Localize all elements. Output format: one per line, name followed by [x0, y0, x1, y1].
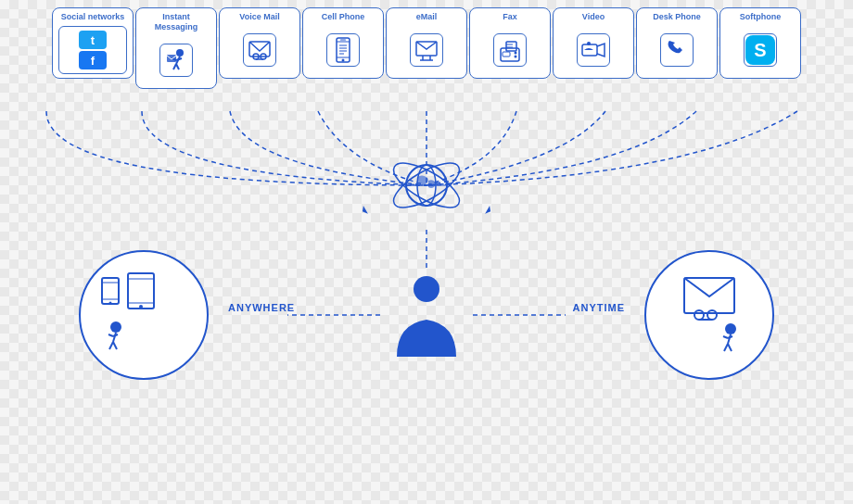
email-icon [414, 37, 439, 63]
card-title-email: eMail [416, 12, 438, 22]
anywhere-circle [79, 250, 209, 380]
svg-point-38 [587, 42, 591, 45]
fax-icon-box [493, 33, 527, 67]
messaging-icon [163, 47, 189, 73]
card-title-softphone: Softphone [740, 12, 782, 22]
card-video: Video [553, 7, 634, 79]
svg-line-74 [724, 344, 728, 351]
voicemail-icons [243, 26, 276, 74]
svg-point-60 [110, 321, 121, 333]
cellphone-icon-box [326, 33, 360, 67]
svg-marker-49 [360, 206, 367, 216]
svg-line-7 [176, 58, 182, 60]
email-icon-box [410, 33, 443, 67]
im-icon-box [159, 44, 193, 77]
svg-point-44 [406, 165, 447, 206]
card-desk-phone: Desk Phone [636, 7, 718, 79]
svg-text:t: t [91, 33, 95, 47]
card-instant-messaging: InstantMessaging [135, 7, 217, 89]
svg-point-20 [342, 58, 345, 61]
fax-icon [497, 37, 523, 63]
deskphone-icon [664, 37, 690, 63]
card-title-voicemail: Voice Mail [239, 12, 279, 22]
svg-point-48 [388, 155, 465, 216]
card-title-social: Social networks [61, 12, 125, 22]
cellphone-icons [326, 26, 360, 74]
svg-line-9 [176, 64, 179, 69]
svg-point-68 [707, 310, 717, 320]
svg-rect-52 [102, 278, 119, 304]
facebook-icon: f [79, 51, 107, 69]
card-title-im: InstantMessaging [155, 12, 198, 32]
softphone-icons: S [744, 26, 777, 74]
svg-text:S: S [754, 40, 766, 60]
top-icons-row: Social networks t f InstantMessaging [0, 0, 853, 89]
card-cell-phone: Cell Phone [302, 7, 384, 79]
svg-point-4 [176, 49, 184, 57]
video-icon-box [577, 33, 610, 67]
deskphone-icons [660, 26, 694, 74]
card-voice-mail: Voice Mail [219, 7, 300, 79]
svg-point-33 [515, 51, 517, 54]
voicemail-icon-box [243, 33, 276, 67]
svg-point-34 [515, 55, 517, 57]
softphone-icon: S [745, 35, 775, 65]
svg-line-62 [108, 334, 113, 336]
cellphone-icon [334, 37, 352, 63]
svg-point-51 [414, 276, 439, 302]
video-icons [577, 26, 610, 74]
fax-icons [493, 26, 527, 74]
svg-line-61 [113, 333, 116, 342]
softphone-icon-box: S [744, 33, 777, 67]
svg-line-71 [728, 334, 731, 344]
deskphone-icon-box [660, 33, 694, 67]
svg-point-47 [388, 155, 465, 216]
svg-rect-31 [506, 42, 516, 51]
main-container: Social networks t f InstantMessaging [0, 0, 853, 504]
svg-text:f: f [91, 54, 95, 68]
im-icons [159, 36, 193, 84]
card-title-deskphone: Desk Phone [653, 12, 701, 22]
svg-line-73 [728, 336, 732, 338]
card-title-video: Video [582, 12, 605, 22]
twitter-icon: t [79, 31, 107, 49]
card-email: eMail [386, 7, 467, 79]
card-softphone: Softphone S [719, 7, 801, 79]
svg-line-75 [728, 344, 732, 351]
card-title-cellphone: Cell Phone [322, 12, 365, 22]
svg-marker-50 [485, 206, 492, 216]
svg-rect-32 [503, 52, 510, 57]
anywhere-label: ANYWHERE [228, 302, 295, 313]
svg-point-70 [725, 323, 736, 334]
anytime-icons [658, 264, 760, 366]
card-title-fax: Fax [503, 12, 517, 22]
svg-rect-21 [340, 39, 346, 40]
svg-point-59 [139, 305, 143, 309]
anywhere-icons [93, 264, 195, 366]
svg-point-67 [694, 310, 704, 320]
svg-line-64 [109, 342, 113, 349]
video-icon [580, 37, 606, 63]
anytime-label: ANYTIME [573, 302, 626, 313]
svg-line-72 [723, 336, 728, 338]
card-fax: Fax [469, 7, 551, 79]
voicemail-icon [247, 37, 273, 63]
anytime-circle [644, 250, 774, 380]
email-icons [410, 26, 443, 74]
svg-line-65 [113, 342, 117, 349]
svg-point-45 [417, 165, 436, 206]
svg-rect-10 [167, 55, 176, 62]
svg-point-55 [109, 302, 112, 305]
social-icons-box: t f [58, 26, 127, 74]
svg-line-63 [113, 334, 118, 336]
card-social-networks: Social networks t f [52, 7, 134, 79]
